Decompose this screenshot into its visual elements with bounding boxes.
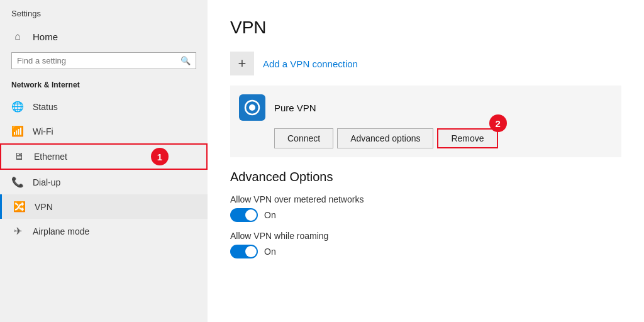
sidebar-item-label: Wi-Fi <box>33 126 53 136</box>
window-title: Settings <box>0 0 208 25</box>
advanced-options-title: Advanced Options <box>230 170 621 184</box>
toggle-roaming[interactable] <box>230 245 258 258</box>
toggle-roaming-label: Allow VPN while roaming <box>230 231 621 241</box>
advanced-options-button[interactable]: Advanced options <box>337 128 433 148</box>
sidebar-item-label: Airplane mode <box>33 226 89 236</box>
sidebar: Settings ⌂ Home 🔍 Network & Internet 🌐 S… <box>0 0 208 322</box>
remove-button[interactable]: Remove <box>437 128 497 148</box>
sidebar-item-status[interactable]: 🌐 Status <box>0 94 208 119</box>
toggle-roaming-knob <box>245 246 257 257</box>
toggle-roaming-control: On <box>230 245 621 258</box>
section-label: Network & Internet <box>0 77 208 94</box>
connect-button[interactable]: Connect <box>274 128 333 148</box>
toggle-metered-label: Allow VPN over metered networks <box>230 194 621 204</box>
vpn-actions: Connect Advanced options Remove 2 <box>239 128 610 148</box>
sidebar-item-ethernet[interactable]: 🖥 Ethernet 1 <box>0 143 208 170</box>
toggle-row-metered: Allow VPN over metered networks On <box>230 194 621 222</box>
sidebar-item-label: Dial-up <box>33 177 60 187</box>
sidebar-home-item[interactable]: ⌂ Home <box>0 25 208 48</box>
page-title: VPN <box>230 18 621 38</box>
sidebar-item-label: Ethernet <box>34 152 67 162</box>
add-vpn-icon: + <box>230 52 254 75</box>
toggle-metered[interactable] <box>230 208 258 222</box>
vpn-card: Pure VPN Connect Advanced options Remove… <box>230 86 621 157</box>
dialup-icon: 📞 <box>11 176 24 188</box>
search-button[interactable]: 🔍 <box>180 56 191 65</box>
svg-point-1 <box>249 104 255 111</box>
home-label: Home <box>33 31 58 42</box>
toggle-roaming-text: On <box>264 247 276 257</box>
sidebar-item-wifi[interactable]: 📶 Wi-Fi <box>0 119 208 143</box>
vpn-logo <box>239 94 265 121</box>
airplane-icon: ✈ <box>11 225 24 237</box>
vpn-icon: 🔀 <box>13 201 26 213</box>
sidebar-item-dialup[interactable]: 📞 Dial-up <box>0 170 208 194</box>
vpn-card-top: Pure VPN <box>239 94 610 121</box>
toggle-row-roaming: Allow VPN while roaming On <box>230 231 621 258</box>
sidebar-item-label: VPN <box>35 202 53 212</box>
wifi-icon: 📶 <box>11 125 24 137</box>
ethernet-icon: 🖥 <box>13 151 25 162</box>
toggle-metered-text: On <box>264 210 276 220</box>
toggle-metered-control: On <box>230 208 621 222</box>
badge-2: 2 <box>489 114 507 132</box>
home-icon: ⌂ <box>11 31 24 42</box>
sidebar-item-label: Status <box>33 102 58 112</box>
status-icon: 🌐 <box>11 101 24 113</box>
badge-1: 1 <box>151 148 169 165</box>
add-vpn-label: Add a VPN connection <box>263 58 358 69</box>
vpn-name: Pure VPN <box>274 103 316 113</box>
add-vpn-row[interactable]: + Add a VPN connection <box>230 52 621 75</box>
main-content: VPN + Add a VPN connection Pure VPN Conn… <box>208 0 644 322</box>
search-input[interactable] <box>17 56 180 65</box>
sidebar-item-airplane[interactable]: ✈ Airplane mode <box>0 219 208 243</box>
search-bar: 🔍 <box>11 52 196 69</box>
sidebar-item-vpn[interactable]: 🔀 VPN <box>0 194 208 219</box>
toggle-metered-knob <box>245 209 257 221</box>
